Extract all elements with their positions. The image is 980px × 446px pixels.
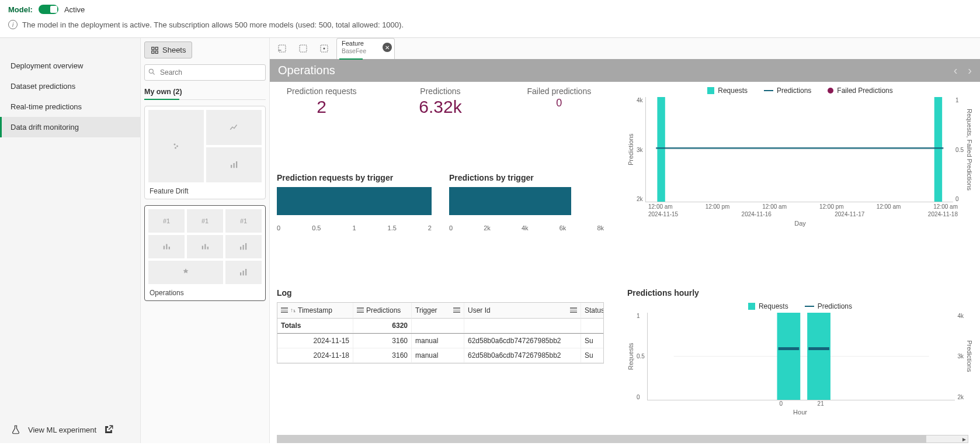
column-menu-icon[interactable] <box>281 307 288 313</box>
svg-rect-28 <box>657 97 665 202</box>
table-row[interactable]: 2024-11-15 3160 manual 62d58b0a6cdb74726… <box>277 334 603 348</box>
cell-status: Su <box>581 334 604 348</box>
legend-requests: Requests <box>759 302 788 310</box>
xtick: 12:00 pm <box>819 203 844 210</box>
sort-icon[interactable]: ↑₁ <box>290 307 296 313</box>
legend-predictions: Predictions <box>818 302 852 310</box>
timeseries-plot <box>645 97 954 202</box>
cell-userid: 62d58b0a6cdb747267985bb2 <box>464 348 581 363</box>
ytick: 3k <box>957 353 964 359</box>
sheets-button[interactable]: Sheets <box>144 42 192 58</box>
svg-rect-10 <box>236 161 237 168</box>
nav-real-time-predictions[interactable]: Real-time predictions <box>0 96 140 117</box>
kpi-prediction-requests: Prediction requests 2 <box>277 87 366 167</box>
lasso-tool-icon[interactable] <box>272 39 292 58</box>
my-own-tab[interactable]: My own (2) <box>144 88 266 100</box>
xtick: 2024-11-16 <box>742 211 772 217</box>
xtick: 12:00 am <box>933 203 958 210</box>
sheets-panel: Sheets My own (2) Feature Drift #1 #1 #1 <box>140 38 270 443</box>
xtick: 2024-11-17 <box>835 211 864 217</box>
svg-rect-21 <box>243 271 244 275</box>
hourly-plot <box>647 313 955 400</box>
chart-title: Predictions hourly <box>627 288 973 298</box>
scroll-thumb[interactable] <box>277 435 926 442</box>
kpi-value: 2 <box>277 97 366 117</box>
thumb-cell <box>148 261 223 284</box>
svg-rect-16 <box>207 247 208 250</box>
ytick: 3k <box>637 147 643 153</box>
page-title: Operations <box>278 64 335 77</box>
xtick: 1 <box>352 224 356 231</box>
flask-icon <box>11 424 21 435</box>
scroll-right-icon[interactable]: ► <box>960 435 968 442</box>
sheet-card-operations[interactable]: #1 #1 #1 Operations <box>144 205 266 301</box>
external-link-icon <box>103 424 114 435</box>
nav-data-drift-monitoring[interactable]: Data drift monitoring <box>0 117 140 137</box>
model-label: Model: <box>8 5 33 14</box>
column-menu-icon[interactable] <box>357 307 364 313</box>
kpi-title: Prediction requests <box>277 87 366 96</box>
svg-rect-13 <box>169 247 170 250</box>
svg-rect-19 <box>245 243 246 250</box>
svg-rect-17 <box>240 247 241 250</box>
grid-icon <box>151 46 159 54</box>
svg-rect-0 <box>152 47 154 49</box>
search-input[interactable] <box>144 64 266 81</box>
table-row[interactable]: 2024-11-18 3160 manual 62d58b0a6cdb74726… <box>277 348 603 363</box>
xtick: 12:00 am <box>648 203 673 210</box>
svg-point-4 <box>149 69 153 73</box>
chart-title: Prediction requests by trigger <box>277 173 432 182</box>
svg-rect-29 <box>934 97 941 202</box>
thumb-cell: #1 <box>187 209 223 233</box>
ytick: 1 <box>637 313 645 319</box>
clear-selection-icon[interactable] <box>314 39 334 58</box>
thumb-cell <box>148 110 204 182</box>
svg-rect-12 <box>166 244 167 250</box>
prev-sheet-button[interactable]: ‹ <box>954 64 958 77</box>
svg-point-26 <box>324 48 325 50</box>
xtick: 4k <box>522 224 529 231</box>
totals-value: 6320 <box>353 319 412 333</box>
xtick: 2 <box>428 224 432 231</box>
thumb-cell <box>148 235 185 258</box>
column-menu-icon[interactable] <box>570 307 577 313</box>
hourly-chart[interactable]: Predictions hourly Requests Predictions … <box>627 288 973 443</box>
close-icon[interactable]: ✕ <box>383 43 392 52</box>
svg-rect-2 <box>152 51 154 53</box>
ytick: 4k <box>637 97 643 103</box>
svg-point-6 <box>176 146 178 147</box>
svg-point-5 <box>173 144 175 146</box>
model-active-toggle[interactable] <box>39 5 58 14</box>
requests-by-trigger-chart[interactable]: Prediction requests by trigger 0 0.5 1 1… <box>277 173 432 282</box>
next-sheet-button[interactable]: › <box>968 64 972 77</box>
nav-deployment-overview[interactable]: Deployment overview <box>0 56 140 76</box>
svg-rect-9 <box>233 163 234 168</box>
view-ml-experiment-link[interactable]: View ML experiment <box>0 416 140 443</box>
xtick: 0 <box>449 224 453 231</box>
ytick: 0.5 <box>637 353 645 359</box>
log-title: Log <box>277 288 604 298</box>
ytick: 0 <box>637 394 645 400</box>
xtick: 0.5 <box>312 224 321 231</box>
feature-tab-title: Feature <box>342 40 378 47</box>
cell-userid: 62d58b0a6cdb747267985bb2 <box>464 334 581 348</box>
left-nav: Deployment overview Dataset predictions … <box>0 38 140 443</box>
thumb-cell <box>206 147 262 182</box>
sheet-card-feature-drift[interactable]: Feature Drift <box>144 106 266 199</box>
selection-tool-icon[interactable] <box>293 39 313 58</box>
timeseries-chart[interactable]: Requests Predictions Failed Predictions … <box>627 87 973 282</box>
column-menu-icon[interactable] <box>453 307 460 313</box>
kpi-title: Failed predictions <box>515 87 604 96</box>
col-predictions: Predictions <box>366 306 401 314</box>
svg-rect-3 <box>155 51 158 53</box>
kpi-value: 6.32k <box>395 97 485 117</box>
log-table[interactable]: ↑₁Timestamp Predictions Trigger User Id … <box>277 302 604 364</box>
x-axis-label: Day <box>627 220 973 227</box>
predictions-by-trigger-chart[interactable]: Predictions by trigger 0 2k 4k 6k 8k <box>449 173 604 282</box>
operations-header: Operations ‹ › <box>270 59 980 82</box>
feature-tab[interactable]: Feature BaseFee ✕ <box>336 38 395 59</box>
horizontal-scrollbar[interactable]: ◄ ► <box>277 435 968 443</box>
thumb-cell <box>206 110 262 145</box>
xtick: 12:00 am <box>877 203 901 210</box>
nav-dataset-predictions[interactable]: Dataset predictions <box>0 76 140 96</box>
